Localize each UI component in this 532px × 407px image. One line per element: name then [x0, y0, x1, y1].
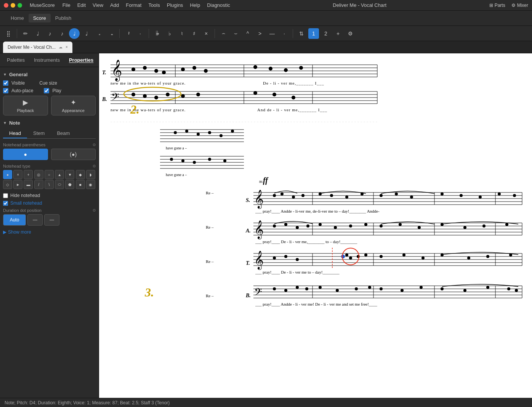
nh-15[interactable]: ⬟ — [65, 180, 74, 189]
autoplace-checkbox[interactable] — [3, 88, 8, 93]
nh-7[interactable]: ◆ — [76, 170, 85, 179]
note-32nd[interactable]: ♪ — [57, 28, 67, 39]
menu-edit[interactable]: Edit — [77, 2, 86, 8]
nh-5[interactable]: ▲ — [55, 170, 64, 179]
nh-2[interactable]: + — [24, 170, 33, 179]
close-button[interactable] — [4, 3, 8, 8]
tie-tool[interactable]: ⌢ — [218, 28, 229, 39]
properties-tab[interactable]: Properties — [65, 56, 97, 64]
nh-4[interactable]: ○ — [45, 170, 54, 179]
nh-1[interactable]: × — [13, 170, 22, 179]
drag-tool[interactable]: ⣿ — [3, 28, 14, 39]
dur-down-btn[interactable]: — — [44, 214, 59, 226]
nh-14[interactable]: ⬭ — [55, 180, 64, 189]
dur-auto-btn[interactable]: Auto — [3, 214, 26, 226]
menu-add[interactable]: Add — [110, 2, 119, 8]
nav-publish[interactable]: Publish — [51, 14, 76, 22]
nh-17[interactable]: ◉ — [86, 180, 95, 189]
nh-3[interactable]: ◎ — [34, 170, 43, 179]
menu-view[interactable]: View — [93, 2, 103, 8]
svg-text:3.: 3. — [144, 285, 154, 299]
nav-score[interactable]: Score — [29, 14, 51, 22]
show-more-button[interactable]: ▶ Show more — [3, 228, 31, 236]
double-sharp[interactable]: × — [201, 28, 212, 39]
appearance-button[interactable]: ✦ Appearance — [51, 96, 96, 115]
note-quarter[interactable]: ♩ — [81, 28, 92, 39]
accent[interactable]: > — [255, 28, 265, 39]
hide-notehead-checkbox[interactable] — [3, 193, 8, 198]
sharp[interactable]: ♯ — [189, 28, 199, 39]
svg-point-182 — [355, 287, 358, 290]
flip-tool[interactable]: ⇅ — [296, 28, 307, 39]
marcato[interactable]: ^ — [242, 28, 253, 39]
svg-point-185 — [401, 289, 404, 292]
double-flat[interactable]: 𝄫 — [152, 28, 163, 39]
nh-0[interactable]: ● — [3, 170, 12, 179]
svg-point-176 — [273, 287, 276, 290]
beam-tab[interactable]: Beam — [51, 129, 76, 138]
notehead-par-solid[interactable]: ● — [3, 149, 48, 160]
menu-plugins[interactable]: Plugins — [167, 2, 183, 8]
notehead-par-outline[interactable]: (●) — [51, 149, 96, 160]
voice1-tool[interactable]: 1 — [308, 28, 319, 39]
note-64th[interactable]: ♪ — [45, 28, 55, 39]
nh-6[interactable]: ▼ — [65, 170, 74, 179]
menu-file[interactable]: File — [62, 2, 71, 8]
svg-text:___  pray!____           De - : ___ pray!____ De - li - ver me to – day!… — [255, 270, 340, 274]
flat[interactable]: ♭ — [164, 28, 175, 39]
menu-help[interactable]: Help — [190, 2, 200, 8]
menu-format[interactable]: Format — [126, 2, 141, 8]
nh-12[interactable]: / — [34, 180, 43, 189]
svg-point-65 — [170, 158, 173, 161]
nh-8[interactable]: ◗ — [86, 170, 95, 179]
natural[interactable]: ♮ — [176, 28, 187, 39]
slur-tool[interactable]: ⌣ — [230, 28, 241, 39]
traffic-lights — [4, 3, 22, 8]
svg-rect-0 — [99, 53, 532, 398]
svg-point-37 — [143, 94, 147, 98]
dotted-tool[interactable]: · — [135, 28, 146, 39]
dur-up-btn[interactable]: — — [27, 214, 43, 226]
svg-text:𝄢: 𝄢 — [254, 286, 262, 300]
note-eighth[interactable]: ♩ — [69, 28, 80, 39]
score-area[interactable]: T. 𝄞 — [99, 53, 532, 398]
nh-9[interactable]: ◇ — [3, 180, 12, 189]
parts-button[interactable]: ⊞ Parts — [489, 3, 505, 8]
nh-16[interactable]: ■ — [76, 180, 85, 189]
menu-diagnostic[interactable]: Diagnostic — [207, 2, 230, 8]
score-tab[interactable]: Deliver Me - Vocal Ch... ☁ × — [3, 42, 72, 53]
nav-home[interactable]: Home — [6, 14, 29, 22]
stem-tab[interactable]: Stem — [27, 129, 51, 138]
settings-tool[interactable]: ⚙ — [345, 28, 356, 39]
playback-button[interactable]: ▶ Playback — [3, 96, 48, 115]
staccato[interactable]: · — [279, 28, 290, 39]
nh-10[interactable]: ► — [13, 180, 22, 189]
play-checkbox[interactable] — [44, 88, 49, 93]
voice2-tool[interactable]: 2 — [320, 28, 331, 39]
minimize-button[interactable] — [11, 3, 15, 8]
visible-checkbox[interactable] — [3, 80, 8, 86]
rest-tool[interactable]: 𝄽 — [123, 28, 133, 39]
svg-point-148 — [349, 256, 352, 260]
svg-point-125 — [364, 223, 367, 226]
add-tool[interactable]: + — [333, 28, 343, 39]
tab-close-button[interactable]: × — [66, 45, 68, 49]
maximize-button[interactable] — [18, 3, 22, 8]
tenuto[interactable]: — — [267, 28, 277, 39]
nh-11[interactable]: ▬ — [24, 180, 33, 189]
head-tab[interactable]: Head — [3, 129, 27, 138]
mixer-button[interactable]: ⚙ Mixer — [511, 3, 528, 8]
svg-point-92 — [301, 194, 304, 197]
svg-point-161 — [486, 255, 489, 258]
pencil-tool[interactable]: ✏ — [20, 28, 31, 39]
small-notehead-checkbox[interactable] — [3, 201, 8, 206]
note-half[interactable]: 𝅗 — [93, 28, 104, 39]
note-128th[interactable]: ♩ — [32, 28, 43, 39]
svg-point-190 — [507, 287, 510, 290]
svg-point-41 — [196, 93, 200, 96]
instruments-tab[interactable]: Instruments — [30, 56, 64, 64]
menu-tools[interactable]: Tools — [148, 2, 160, 8]
palettes-tab[interactable]: Palettes — [3, 56, 29, 64]
nh-13[interactable]: \ — [45, 180, 54, 189]
note-whole[interactable]: 𝅝 — [106, 28, 116, 39]
